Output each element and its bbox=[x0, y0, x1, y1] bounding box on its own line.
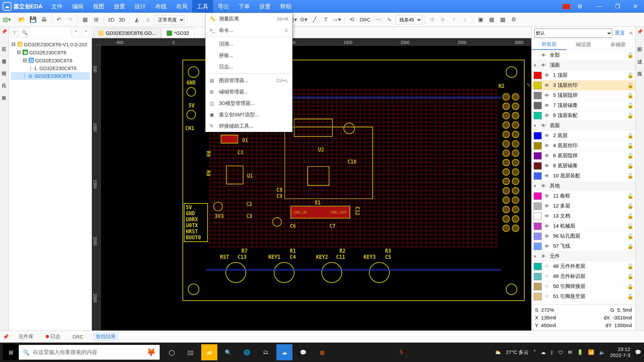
lock-icon[interactable]: 🔓 bbox=[627, 173, 633, 179]
lock-icon[interactable]: 🔓 bbox=[627, 193, 633, 199]
project-tree[interactable]: ⊟📁GD32E230C8T6-V1.0.0-202 ⊟▣GD32E230C8T6… bbox=[9, 38, 92, 330]
rail-常用库[interactable]: 常用库 bbox=[1, 53, 8, 58]
eye-icon[interactable]: 👁 bbox=[544, 72, 550, 78]
menu-布局[interactable]: 布局 bbox=[171, 0, 192, 13]
layers-settings-icon[interactable]: ≡ bbox=[630, 30, 633, 36]
eye-icon[interactable]: 👁 bbox=[544, 133, 550, 138]
rail-属性[interactable]: 属性 bbox=[636, 65, 644, 70]
eye-icon[interactable]: 👁 bbox=[541, 62, 547, 68]
taskbar-search[interactable]: 🔍 在这里输入你要搜索的内容 🦊 bbox=[19, 345, 160, 360]
lock-icon[interactable]: 🔓 bbox=[627, 284, 633, 290]
lock-icon[interactable]: 🔓 bbox=[627, 72, 633, 78]
drc-tab[interactable]: DRC bbox=[70, 333, 86, 341]
weather-text[interactable]: 27°C 多云 bbox=[506, 349, 529, 356]
eye-icon[interactable]: 👁 bbox=[544, 223, 550, 229]
start-button[interactable]: ⊞ bbox=[3, 344, 19, 360]
layer-row[interactable]: 👁14 机械层🔓 bbox=[532, 221, 635, 231]
rail-元件[interactable]: 元件 bbox=[1, 77, 8, 82]
color-swatch[interactable] bbox=[534, 192, 542, 200]
chevron-down-icon[interactable]: ˅ bbox=[82, 28, 90, 37]
align-r-icon[interactable]: ⫸ bbox=[439, 15, 448, 24]
color-swatch[interactable] bbox=[534, 132, 542, 139]
lock-icon[interactable]: 🔓 bbox=[627, 213, 633, 219]
save-icon[interactable]: 💾 bbox=[28, 15, 38, 24]
tree-pcb[interactable]: GD32E230C8T6 bbox=[35, 73, 72, 79]
color-swatch[interactable] bbox=[534, 293, 542, 300]
lock-icon[interactable]: 🔓 bbox=[627, 82, 633, 88]
layer-row[interactable]: 👁6 底层阻焊🔓 bbox=[532, 151, 635, 161]
tree-schematic[interactable]: GD32E230C8T6 bbox=[35, 58, 72, 63]
sound-icon[interactable]: 🔈 bbox=[599, 349, 605, 355]
lock-icon[interactable]: 🔓 bbox=[627, 163, 633, 169]
tab-pcb[interactable]: *GD32 bbox=[162, 28, 194, 38]
weather-icon[interactable]: ⛅ bbox=[495, 349, 501, 355]
rail-网络[interactable]: 网络 bbox=[1, 65, 8, 70]
tab-noncopper-layers[interactable]: 非铜层 bbox=[601, 40, 635, 50]
drc-button[interactable]: DRC bbox=[358, 17, 372, 22]
eye-icon[interactable]: 👁 bbox=[544, 103, 550, 108]
color-swatch[interactable] bbox=[534, 162, 542, 170]
lock-icon[interactable]: 🔓 bbox=[627, 223, 633, 229]
menu-item[interactable]: 日志... bbox=[206, 61, 292, 72]
layer-row[interactable]: 👁4 底层丝印🔓 bbox=[532, 141, 635, 151]
rail-图层[interactable]: 图层 bbox=[636, 41, 644, 46]
bluetooth-icon[interactable]: ᛒ bbox=[550, 350, 553, 355]
tab-all-layers[interactable]: 所有层 bbox=[532, 40, 566, 50]
security-icon[interactable]: 🛡 bbox=[558, 350, 563, 355]
color-swatch[interactable] bbox=[534, 102, 542, 109]
chevron-down-icon[interactable]: ▾ bbox=[534, 253, 538, 259]
layer-row[interactable]: 👁5 顶层阻焊🔓 bbox=[532, 90, 635, 101]
redo-icon[interactable]: ↷ bbox=[65, 15, 75, 24]
menu-放置[interactable]: 放置 bbox=[109, 0, 130, 13]
eye-icon[interactable]: 👁 bbox=[544, 113, 550, 118]
dimension-icon[interactable]: ↔▾ bbox=[332, 15, 341, 24]
layer-row[interactable]: 👁50 引脚焊接层🔓 bbox=[532, 282, 635, 292]
brightness-select[interactable]: 正常亮度 bbox=[154, 15, 184, 24]
lock-icon[interactable]: 🔓 bbox=[627, 153, 633, 159]
layer-row[interactable]: 👁10 底层装配🔓 bbox=[532, 171, 635, 181]
taskview-icon[interactable]: ◯ bbox=[164, 344, 180, 360]
color-swatch[interactable] bbox=[534, 223, 542, 230]
menu-编辑[interactable]: 编辑 bbox=[67, 0, 88, 13]
menu-帮助[interactable]: 帮助 bbox=[275, 0, 296, 13]
bottom-pin-icon[interactable]: 📌 bbox=[3, 334, 9, 340]
eye-icon[interactable]: 👁 bbox=[541, 183, 547, 189]
view-3d-button[interactable]: 3D bbox=[117, 17, 126, 22]
tree-sheet[interactable]: 1. GD32E230C8T6 bbox=[34, 65, 77, 71]
lock-icon[interactable]: 🔓 bbox=[627, 274, 633, 280]
layer-list[interactable]: 👁全部🔓▾👁顶面👁1 顶层🔓✎👁3 顶层丝印🔓👁5 顶层阻焊🔓👁7 顶层锡膏🔓👁… bbox=[532, 50, 635, 304]
layer-row[interactable]: 👁8 底层锡膏🔓 bbox=[532, 161, 635, 171]
layer-row[interactable]: 👁51 引脚悬空层🔓 bbox=[532, 292, 635, 302]
pcb-canvas[interactable]: H2 GND 5V CN1 D1 C1 U1 R9 R8 U2 bbox=[101, 46, 531, 330]
angle-select[interactable]: 线条45 bbox=[396, 15, 422, 24]
cam3-icon[interactable]: ▩ bbox=[498, 15, 507, 24]
menu-工具[interactable]: 工具 bbox=[192, 0, 213, 13]
eye-icon[interactable]: 👁 bbox=[544, 143, 550, 148]
eda-app-icon[interactable]: ☁ bbox=[276, 344, 292, 360]
tray-chevron-icon[interactable]: ˄ bbox=[533, 349, 536, 355]
notifications-icon[interactable]: 💬 bbox=[635, 349, 641, 355]
eye-icon[interactable]: 👁 bbox=[544, 203, 550, 209]
lock-icon[interactable]: 🔓 bbox=[627, 143, 633, 149]
color-swatch[interactable] bbox=[534, 112, 542, 119]
filter-icon[interactable]: ▽ bbox=[10, 28, 19, 37]
align-l-icon[interactable]: ⫷ bbox=[428, 15, 437, 24]
color-swatch[interactable] bbox=[534, 72, 542, 79]
layer-row[interactable]: 👁11 板框🔓 bbox=[532, 191, 635, 201]
partlib-tab[interactable]: 元件库 bbox=[16, 332, 36, 341]
eye-icon[interactable]: 👁 bbox=[541, 123, 547, 128]
eye-icon[interactable]: 👁 bbox=[544, 173, 550, 179]
everything-icon[interactable]: 🔍 bbox=[220, 344, 236, 360]
color-swatch[interactable] bbox=[534, 263, 542, 270]
timeline-icon[interactable]: ▯▯ bbox=[182, 344, 199, 360]
flag-cn-icon[interactable] bbox=[562, 4, 570, 9]
chevron-down-icon[interactable]: ▾ bbox=[534, 123, 538, 129]
hidden-icon[interactable]: 👁 bbox=[544, 284, 550, 289]
chevron-up-icon[interactable]: ˄ bbox=[71, 28, 80, 37]
log-tab[interactable]: 日志 bbox=[43, 332, 63, 341]
no-icon[interactable]: ⊘▾ bbox=[299, 15, 308, 24]
color-swatch[interactable] bbox=[534, 243, 542, 250]
onedrive-icon[interactable]: ☁ bbox=[541, 349, 546, 355]
rail-工程[interactable]: 工程 bbox=[1, 41, 8, 46]
menu-item[interactable]: ⊞铺铜管理器... bbox=[206, 86, 292, 98]
